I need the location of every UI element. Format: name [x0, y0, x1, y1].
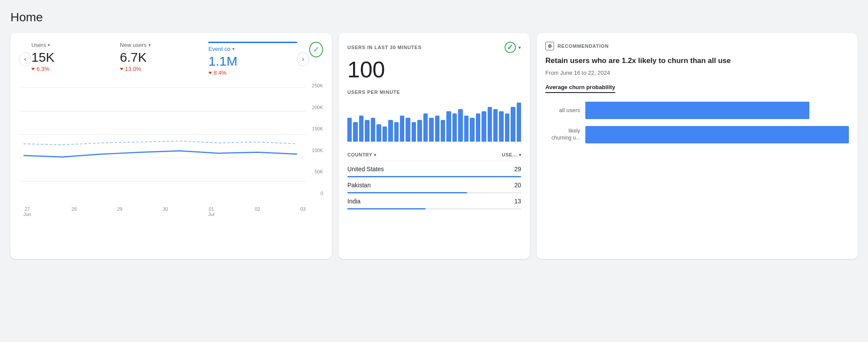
metrics-content: Users ▾ 15K 6.3% New users ▾ 6.7K: [31, 42, 297, 76]
prev-arrow[interactable]: ‹: [19, 52, 31, 66]
table-row: Pakistan 20: [347, 177, 521, 190]
realtime-bar-20: [464, 116, 469, 142]
x-label-0: 27 Jun: [23, 206, 31, 217]
realtime-bar-13: [423, 113, 428, 142]
realtime-bar-24: [488, 107, 492, 142]
metric-users[interactable]: Users ▾ 15K 6.3%: [31, 42, 120, 72]
realtime-subheader: USERS PER MINUTE: [347, 90, 521, 95]
x-label-1: 28: [72, 206, 77, 217]
realtime-bar-3: [365, 120, 369, 142]
realtime-bar-5: [376, 124, 381, 142]
users-dropdown-icon[interactable]: ▾: [48, 43, 50, 47]
country-bar-fill-2: [347, 208, 426, 209]
churn-label-likely: likelychurning u...: [545, 128, 580, 141]
churn-row-likely: likelychurning u...: [545, 126, 849, 143]
realtime-dropdown-icon[interactable]: ▾: [518, 45, 521, 50]
metric-new-users-change: 13.0%: [120, 66, 200, 72]
country-bar-bg-2: [347, 208, 521, 209]
table-row: India 13: [347, 193, 521, 206]
table-header-row: COUNTRY ▾ USE... ▾: [347, 149, 521, 161]
realtime-bar-6: [383, 126, 387, 142]
metric-event-value: 1.1M: [208, 54, 288, 69]
new-users-dropdown-icon[interactable]: ▾: [149, 43, 151, 47]
metric-users-label: Users ▾: [31, 42, 111, 48]
metric-new-users-value: 6.7K: [120, 50, 200, 65]
metric-event-count[interactable]: Event co ▾ 1.1M 8.4%: [208, 42, 297, 76]
churn-bar-container-0: [585, 102, 849, 119]
down-arrow-icon: [31, 68, 35, 70]
churn-row-all-users: all users: [545, 102, 849, 119]
rec-title: Retain users who are 1.2x likely to chur…: [545, 56, 849, 66]
realtime-bar-16: [441, 120, 445, 142]
chart-x-labels: 27 Jun 28 29 30 01 Jul 02: [19, 205, 323, 217]
churn-chart: all users likelychurning u...: [545, 102, 849, 143]
status-check-icon[interactable]: ✓: [309, 42, 323, 57]
main-chart: 250K 200K 150K 100K 50K 0: [19, 83, 323, 205]
realtime-bar-22: [476, 113, 480, 142]
realtime-bar-23: [482, 111, 486, 142]
country-sort-icon[interactable]: ▾: [374, 153, 376, 157]
realtime-bar-18: [452, 113, 457, 142]
churn-bar-all-users: [585, 102, 809, 119]
rec-chart-label: Average churn probability: [545, 84, 615, 93]
churn-label-all-users: all users: [545, 107, 580, 113]
realtime-bar-11: [412, 122, 416, 142]
realtime-check-icon: ✓: [505, 42, 516, 53]
realtime-bar-29: [517, 103, 521, 142]
event-dropdown-icon[interactable]: ▾: [232, 46, 234, 51]
realtime-bar-17: [446, 111, 451, 142]
metrics-row: ‹ Users ▾ 15K 6.3% New: [19, 42, 323, 76]
users-sort-icon[interactable]: ▾: [519, 153, 521, 157]
metrics-card: ‹ Users ▾ 15K 6.3% New: [10, 33, 332, 259]
metric-event-label: Event co ▾: [208, 46, 288, 52]
realtime-header: USERS IN LAST 30 MINUTES ✓ ▾: [347, 42, 521, 53]
churn-bar-container-1: [585, 126, 849, 143]
realtime-bar-27: [505, 113, 509, 142]
page-title: Home: [10, 10, 858, 24]
realtime-status-badge[interactable]: ✓ ▾: [505, 42, 521, 53]
realtime-bar-4: [371, 118, 375, 142]
realtime-bar-21: [470, 118, 474, 142]
down-arrow-icon-3: [208, 72, 212, 74]
rec-header: ⊕ RECOMMENDATION: [545, 42, 849, 50]
down-arrow-icon-2: [120, 68, 123, 70]
table-row: United States 29: [347, 161, 521, 174]
realtime-bar-7: [388, 120, 393, 142]
recommendation-card: ⊕ RECOMMENDATION Retain users who are 1.…: [537, 33, 858, 259]
metric-new-users[interactable]: New users ▾ 6.7K 13.0%: [120, 42, 208, 72]
realtime-bar-10: [406, 118, 410, 142]
realtime-bar-15: [435, 116, 439, 142]
realtime-bar-0: [347, 118, 352, 142]
realtime-bar-8: [394, 122, 399, 142]
rec-date: From June 16 to 22, 2024: [545, 70, 849, 76]
realtime-bar-12: [417, 120, 422, 142]
rec-header-icon: ⊕: [545, 42, 554, 50]
realtime-bar-2: [359, 116, 363, 142]
realtime-user-count: 100: [347, 56, 521, 83]
metric-event-change: 8.4%: [208, 70, 288, 76]
chart-y-labels: 250K 200K 150K 100K 50K 0: [312, 83, 323, 205]
x-label-3: 30: [163, 206, 168, 217]
realtime-bar-19: [458, 109, 462, 142]
users-col-header[interactable]: USE... ▾: [502, 152, 521, 157]
realtime-card: USERS IN LAST 30 MINUTES ✓ ▾ 100 USERS P…: [339, 33, 530, 259]
realtime-bar-26: [499, 111, 503, 142]
x-label-4: 01 Jul: [208, 206, 215, 217]
metric-users-value: 15K: [31, 50, 111, 65]
realtime-bar-9: [400, 116, 404, 142]
country-col-header[interactable]: COUNTRY ▾: [347, 152, 376, 157]
metric-new-users-label: New users ▾: [120, 42, 200, 48]
x-label-6: 03: [300, 206, 306, 217]
dashboard: ‹ Users ▾ 15K 6.3% New: [10, 33, 858, 259]
realtime-bar-25: [493, 109, 498, 142]
x-label-2: 29: [117, 206, 122, 217]
churn-bar-likely: [585, 126, 849, 143]
metric-users-change: 6.3%: [31, 66, 111, 72]
next-arrow[interactable]: ›: [297, 52, 309, 66]
realtime-bar-chart: [347, 98, 521, 142]
realtime-bar-28: [511, 107, 515, 142]
x-label-5: 02: [255, 206, 260, 217]
realtime-bar-14: [429, 118, 433, 142]
realtime-bar-1: [353, 122, 357, 142]
